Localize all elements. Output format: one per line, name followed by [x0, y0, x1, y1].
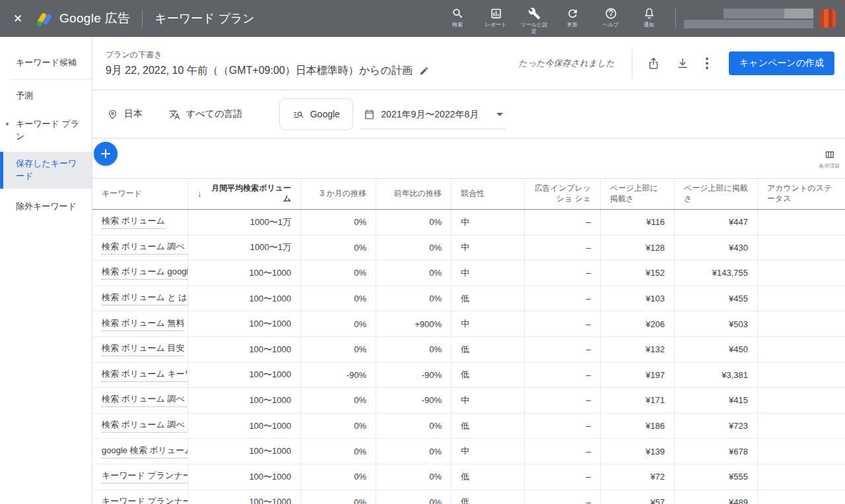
share-icon — [647, 57, 660, 70]
wrench-icon — [528, 7, 541, 20]
keyword-cell[interactable]: 検索 ボリューム google — [102, 266, 188, 280]
keyword-cell[interactable]: 検索 ボリューム — [102, 215, 165, 229]
top-of-page-high-cell: ¥489 — [675, 490, 758, 504]
brand-title: Google 広告 — [59, 10, 130, 27]
impression-share-cell: – — [525, 261, 601, 286]
nav-tools-button[interactable]: ツールと設定 — [517, 7, 551, 35]
plan-title: 9月 22, 2022, 10 午前（（GMT+09:00）日本標準時）からの計… — [106, 64, 413, 78]
top-of-page-high-cell: ¥447 — [675, 210, 758, 235]
bell-icon — [643, 7, 656, 20]
more-options-button[interactable] — [697, 50, 717, 77]
trend-3m-cell: 0% — [301, 210, 376, 235]
col-header-avg-monthly-searches[interactable]: ↓ 月間平均検索ボリューム — [188, 179, 301, 209]
table-row[interactable]: 検索 ボリューム 1000〜1万 0% 0% 中 – ¥116 ¥447 — [92, 210, 845, 236]
nav-help-button[interactable]: ヘルプ — [593, 7, 628, 28]
table-row[interactable]: 検索 ボリューム 調べ 方... 100〜1000 0% 0% 低 – ¥186… — [92, 414, 845, 439]
trend-yoy-cell: 0% — [376, 261, 452, 286]
keyword-cell[interactable]: キーワード プランナー — [102, 495, 188, 504]
keyword-cell[interactable]: 検索 ボリューム 調べ 方... — [102, 393, 188, 407]
keyword-cell[interactable]: 検索 ボリューム 調べ 方... — [102, 419, 188, 433]
main-content: プランの下書き 9月 22, 2022, 10 午前（（GMT+09:00）日本… — [92, 37, 845, 504]
table-row[interactable]: 検索 ボリューム google 100〜1000 0% 0% 中 – ¥152 … — [92, 261, 845, 286]
table-row[interactable]: google 検索 ボリューム... 100〜1000 0% 0% 中 – ¥1… — [92, 439, 845, 464]
columns-icon — [824, 149, 835, 160]
keyword-cell[interactable]: 検索 ボリューム と は — [102, 292, 187, 305]
top-of-page-low-cell: ¥132 — [601, 337, 675, 362]
top-of-page-high-cell: ¥415 — [675, 388, 758, 413]
competition-cell: 中 — [452, 210, 525, 235]
network-filter[interactable]: Google — [279, 98, 353, 130]
status-cell — [758, 261, 845, 286]
sidebar-item-negative-keywords[interactable]: 除外キーワード — [0, 197, 92, 217]
sidebar-item-keyword-plan[interactable]: ▼ キーワード プラン — [0, 114, 92, 147]
table-row[interactable]: キーワード プランナー ... 100〜1000 0% 0% 低 – ¥72 ¥… — [92, 464, 845, 490]
keyword-cell[interactable]: 検索 ボリューム 目安 — [102, 342, 184, 356]
trend-yoy-cell: 0% — [376, 439, 452, 464]
keyword-cell[interactable]: 検索 ボリューム 無料 — [102, 317, 184, 331]
trend-yoy-cell: -90% — [376, 388, 452, 413]
keyword-cell[interactable]: google 検索 ボリューム... — [102, 445, 188, 458]
impression-share-cell: – — [525, 311, 601, 336]
table-row[interactable]: 検索 ボリューム 調べ 方 1000〜1万 0% 0% 中 – ¥128 ¥43… — [92, 236, 845, 261]
trend-3m-cell: 0% — [301, 439, 376, 464]
sidebar-item-keyword-ideas[interactable]: キーワード候補 — [0, 53, 92, 73]
col-header-top-of-page-bid-high[interactable]: ページ上部に掲載さ — [675, 179, 758, 209]
nav-search-button[interactable]: 検索 — [440, 7, 475, 28]
add-keywords-button[interactable] — [94, 142, 118, 166]
nav-notifications-button[interactable]: 通知 — [632, 7, 666, 28]
keyword-cell[interactable]: 検索 ボリューム 調べ 方 — [102, 241, 188, 255]
close-icon[interactable]: ✕ — [0, 0, 36, 37]
date-range-filter[interactable]: 2021年9月〜2022年8月 — [360, 100, 506, 129]
trend-yoy-cell: 0% — [376, 210, 452, 235]
trend-3m-cell: 0% — [301, 414, 376, 439]
avatar[interactable] — [820, 9, 836, 28]
status-cell — [758, 363, 845, 388]
create-campaign-button[interactable]: キャンペーンの作成 — [729, 51, 834, 75]
trend-3m-cell: 0% — [301, 236, 376, 261]
page-title: キーワード プラン — [154, 11, 255, 26]
nav-reports-button[interactable]: レポート — [479, 7, 513, 28]
table-row[interactable]: 検索 ボリューム 目安 100〜1000 0% 0% 低 – ¥132 ¥450 — [92, 337, 845, 363]
top-nav: 検索 レポート ツールと設定 更新 ヘルプ 通知 — [440, 2, 666, 35]
col-header-account-status[interactable]: アカウントのステータス — [758, 179, 845, 209]
top-of-page-high-cell: ¥455 — [675, 286, 758, 311]
edit-pencil-icon[interactable] — [419, 66, 429, 76]
columns-button[interactable]: 表示項目 — [819, 149, 840, 170]
trend-3m-cell: 0% — [301, 464, 376, 489]
keyword-cell[interactable]: キーワード プランナー ... — [102, 470, 188, 484]
col-header-keyword[interactable]: キーワード — [92, 179, 188, 209]
reports-icon — [490, 7, 502, 20]
status-cell — [758, 286, 845, 311]
trend-3m-cell: 0% — [301, 311, 376, 336]
trend-yoy-cell: 0% — [376, 236, 452, 261]
keyword-cell[interactable]: 検索 ボリューム キーワ... — [102, 368, 188, 382]
sort-desc-icon: ↓ — [197, 189, 202, 200]
col-header-top-of-page-bid-low[interactable]: ページ上部に掲載さ — [601, 179, 675, 209]
sidebar-item-forecast[interactable]: 予測 — [0, 86, 92, 106]
table-row[interactable]: 検索 ボリューム キーワ... 100〜1000 -90% -90% 低 – ¥… — [92, 363, 845, 389]
language-filter[interactable]: すべての言語 — [169, 108, 242, 120]
volume-cell: 100〜1000 — [188, 311, 301, 336]
col-header-ad-impression-share[interactable]: 広告インプレッショ シェ — [525, 179, 601, 209]
table-row[interactable]: 検索 ボリューム と は 100〜1000 0% 0% 低 – ¥103 ¥45… — [92, 286, 845, 312]
divider — [11, 79, 92, 80]
volume-cell: 100〜1000 — [188, 439, 301, 464]
top-of-page-low-cell: ¥139 — [601, 439, 675, 464]
top-of-page-low-cell: ¥171 — [601, 388, 675, 413]
location-filter[interactable]: 日本 — [107, 108, 143, 120]
col-header-3month-change[interactable]: 3 か月の推移 — [301, 179, 376, 209]
download-icon — [676, 57, 689, 70]
table-row[interactable]: キーワード プランナー 100〜1000 0% 0% 低 – ¥57 ¥489 — [92, 490, 845, 504]
competition-cell: 低 — [452, 286, 525, 311]
top-of-page-high-cell: ¥430 — [675, 236, 758, 261]
col-header-yoy-change[interactable]: 前年比の推移 — [376, 179, 452, 209]
sidebar-item-saved-keywords[interactable]: 保存したキーワード — [0, 152, 92, 189]
nav-refresh-button[interactable]: 更新 — [555, 7, 590, 28]
download-button[interactable] — [668, 50, 697, 77]
table-row[interactable]: 検索 ボリューム 調べ 方... 100〜1000 0% -90% 中 – ¥1… — [92, 388, 845, 414]
trend-yoy-cell: -90% — [376, 363, 452, 388]
share-button[interactable] — [639, 50, 668, 77]
translate-icon — [169, 109, 180, 120]
table-row[interactable]: 検索 ボリューム 無料 100〜1000 0% +900% 中 – ¥206 ¥… — [92, 311, 845, 337]
col-header-competition[interactable]: 競合性 — [452, 179, 525, 209]
